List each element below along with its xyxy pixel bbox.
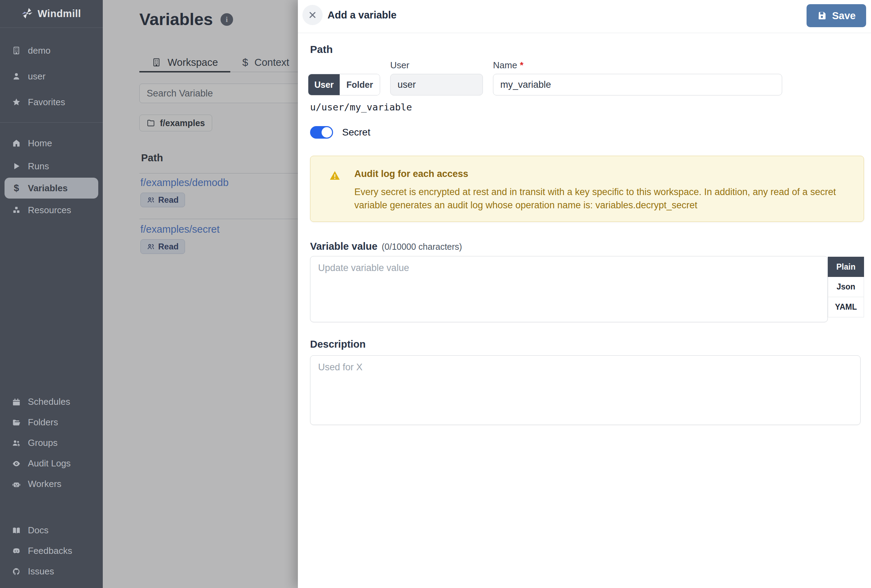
owner-kind-toggle: User Folder: [308, 74, 380, 96]
calendar-icon: [12, 397, 21, 407]
dollar-icon: $: [12, 183, 21, 193]
sidebar-item-label: demo: [28, 45, 51, 56]
format-json-button[interactable]: Json: [828, 277, 864, 297]
toggle-knob: [322, 127, 332, 138]
sidebar-item-schedules[interactable]: Schedules: [0, 392, 103, 412]
owner-kind-folder[interactable]: Folder: [340, 74, 380, 95]
sidebar-nav-section: Home Runs $ Variables Resources: [0, 123, 103, 221]
description-textarea[interactable]: [310, 355, 861, 425]
user-field-label: User: [390, 60, 409, 71]
sidebar-item-label: Audit Logs: [28, 458, 71, 469]
sidebar-item-variables[interactable]: $ Variables: [4, 178, 98, 199]
save-label: Save: [832, 10, 856, 22]
sidebar-item-user[interactable]: user: [0, 63, 103, 89]
sidebar-item-label: Folders: [28, 417, 58, 428]
value-format-switcher: Plain Json YAML: [828, 257, 864, 317]
app-logo[interactable]: Windmill: [0, 0, 103, 28]
sidebar-item-folders[interactable]: Folders: [0, 412, 103, 432]
path-section-heading: Path: [310, 43, 333, 55]
format-yaml-button[interactable]: YAML: [828, 297, 864, 317]
sidebar-item-label: Variables: [28, 183, 67, 194]
save-icon: [817, 11, 827, 21]
sidebar-item-label: Favorites: [28, 97, 65, 108]
variable-value-textarea[interactable]: [310, 256, 828, 322]
robot-icon: [12, 479, 21, 489]
discord-icon: [12, 546, 21, 556]
audit-log-warning: Audit log for each access Every secret i…: [310, 156, 864, 222]
sidebar-item-label: Docs: [28, 525, 48, 536]
description-section-heading: Description: [310, 338, 366, 350]
drawer-header: Add a variable Save: [298, 0, 871, 33]
sidebar-item-issues[interactable]: Issues: [0, 561, 103, 582]
sidebar-item-label: Workers: [28, 479, 61, 489]
secret-toggle-row: Secret: [310, 126, 370, 139]
close-drawer-button[interactable]: [302, 5, 323, 25]
owner-input[interactable]: [390, 74, 483, 96]
full-path-preview: u/user/my_variable: [310, 102, 412, 112]
sidebar-item-label: Issues: [28, 566, 54, 577]
sidebar: Windmill demo user Favorites: [0, 0, 103, 588]
building-icon: [12, 46, 21, 55]
sidebar-item-docs[interactable]: Docs: [0, 520, 103, 541]
play-icon: [12, 161, 21, 171]
windmill-logo-icon: [21, 7, 33, 21]
app-name: Windmill: [37, 8, 81, 19]
secret-toggle[interactable]: [310, 126, 333, 139]
sidebar-item-label: user: [28, 71, 46, 82]
home-icon: [12, 138, 21, 148]
sidebar-item-resources[interactable]: Resources: [0, 199, 103, 221]
drawer-title: Add a variable: [328, 9, 397, 21]
windmill-app: Windmill demo user Favorites: [0, 0, 871, 588]
sidebar-item-label: Resources: [28, 205, 71, 215]
format-plain-button[interactable]: Plain: [828, 257, 864, 277]
sidebar-item-groups[interactable]: Groups: [0, 432, 103, 453]
warning-body: Every secret is encrypted at rest and in…: [354, 185, 853, 212]
star-icon: [12, 97, 21, 107]
cubes-icon: [12, 205, 21, 215]
drawer-backdrop[interactable]: [103, 0, 298, 588]
name-field-label: Name*: [493, 60, 523, 71]
folder-open-icon: [12, 417, 21, 427]
character-counter: (0/10000 characters): [382, 242, 462, 252]
person-icon: [12, 72, 21, 81]
sidebar-item-runs[interactable]: Runs: [0, 155, 103, 178]
sidebar-workspace-section: demo user Favorites: [0, 28, 103, 123]
sidebar-item-demo[interactable]: demo: [0, 37, 103, 63]
variable-name-input[interactable]: [493, 74, 782, 96]
sidebar-item-label: Home: [28, 138, 52, 149]
close-icon: [308, 10, 317, 20]
book-icon: [12, 526, 21, 536]
users-gear-icon: [12, 438, 21, 448]
warning-title: Audit log for each access: [354, 169, 468, 180]
owner-kind-user[interactable]: User: [308, 74, 340, 95]
value-section-heading: Variable value: [310, 241, 377, 252]
required-asterisk: *: [520, 60, 523, 70]
sidebar-item-label: Feedbacks: [28, 546, 72, 556]
eye-icon: [12, 459, 21, 468]
sidebar-item-audit-logs[interactable]: Audit Logs: [0, 453, 103, 474]
sidebar-item-favorites[interactable]: Favorites: [0, 89, 103, 115]
sidebar-item-label: Runs: [28, 161, 49, 172]
save-button[interactable]: Save: [807, 4, 866, 27]
sidebar-admin-section: Schedules Folders Groups Audit Logs: [0, 392, 103, 494]
secret-toggle-label: Secret: [342, 127, 370, 138]
sidebar-item-label: Schedules: [28, 396, 70, 407]
sidebar-item-label: Groups: [28, 437, 57, 448]
add-variable-drawer: Add a variable Save Path User Name* User…: [298, 0, 871, 588]
sidebar-item-home[interactable]: Home: [0, 132, 103, 155]
sidebar-item-feedbacks[interactable]: Feedbacks: [0, 541, 103, 561]
github-icon: [12, 567, 21, 576]
sidebar-item-workers[interactable]: Workers: [0, 474, 103, 494]
sidebar-footer-section: Docs Feedbacks Issues: [0, 520, 103, 582]
warning-icon: [329, 170, 340, 181]
